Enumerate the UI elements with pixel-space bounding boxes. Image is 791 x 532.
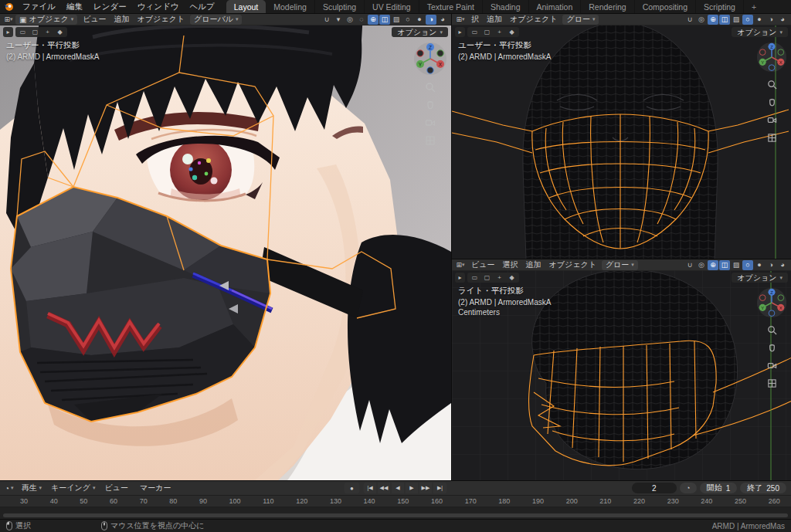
camera-view-icon[interactable]	[766, 359, 778, 371]
timeline-menu[interactable]: マーカー	[135, 483, 178, 493]
shading-material-icon[interactable]: ◑	[426, 15, 436, 25]
header-menu[interactable]: 追加	[483, 14, 506, 25]
ortho-grid-icon[interactable]	[424, 134, 436, 147]
pivot-point-icon[interactable]: ◎	[345, 15, 355, 25]
options-dropdown[interactable]: オプション▾	[732, 27, 788, 37]
ortho-grid-icon[interactable]	[766, 377, 778, 389]
pan-hand-icon[interactable]	[424, 99, 436, 111]
add-workspace-button[interactable]: +	[744, 0, 764, 13]
blender-logo-icon[interactable]	[0, 0, 17, 13]
transform-orientation-menu[interactable]: グロー▾	[562, 15, 599, 25]
header-menu[interactable]: ビュー	[79, 14, 110, 25]
navigation-gizmo[interactable]: Z X Y	[413, 42, 447, 76]
toolbar-expand-icon[interactable]: ▸	[455, 27, 465, 37]
frame-end-field[interactable]: 終了250	[740, 483, 786, 493]
workspace-tab[interactable]: Sculpting	[315, 0, 365, 13]
zoom-icon[interactable]	[424, 81, 436, 93]
workspace-tab[interactable]: Rendering	[581, 0, 634, 13]
menubar-item[interactable]: ヘルプ	[184, 0, 219, 13]
shading-rendered-icon[interactable]: ◕	[437, 15, 448, 25]
options-dropdown[interactable]: オプション▾	[732, 273, 788, 283]
shading-solid-icon[interactable]: ●	[414, 15, 425, 25]
tool-move-icon[interactable]: ◆	[506, 27, 518, 37]
shading-wireframe-icon[interactable]: ○	[742, 260, 753, 270]
zoom-icon[interactable]	[766, 78, 778, 90]
snap-magnet-icon[interactable]: ∪	[684, 260, 695, 270]
current-frame-field[interactable]: 2	[632, 483, 677, 493]
workspace-tab[interactable]: Scripting	[696, 0, 744, 13]
header-menu[interactable]: オブジェクト	[545, 259, 599, 270]
shading-wireframe-icon[interactable]: ○	[402, 15, 413, 25]
navigation-gizmo[interactable]: Z X Y	[756, 42, 787, 73]
header-menu[interactable]: 追加	[521, 259, 545, 270]
viewport-side-canvas[interactable]	[452, 259, 791, 480]
workspace-tab[interactable]: Texture Paint	[419, 0, 483, 13]
camera-view-icon[interactable]	[766, 114, 778, 126]
play-reverse-button[interactable]: ◀	[392, 483, 406, 493]
tool-cursor-icon[interactable]: +	[42, 27, 53, 37]
jump-to-end-button[interactable]: ▶|	[433, 483, 447, 493]
workspace-tab[interactable]: Compositing	[635, 0, 696, 13]
tool-select-box-icon[interactable]: ▢	[481, 27, 493, 37]
play-button[interactable]: ▶	[406, 483, 419, 493]
tool-tweak-icon[interactable]: ▭	[469, 273, 480, 283]
ortho-grid-icon[interactable]	[766, 131, 778, 144]
timeline-ruler[interactable]: 3040506070809010011012013014015016017018…	[0, 496, 791, 507]
timeline-menu[interactable]: 再生▾	[17, 483, 47, 493]
snap-magnet-icon[interactable]: ∪	[684, 15, 695, 25]
toggle-xray-icon[interactable]: ▨	[731, 260, 742, 270]
shading-wireframe-icon[interactable]: ○	[742, 15, 753, 25]
viewport-main-canvas[interactable]	[0, 14, 451, 480]
preview-range-toggle[interactable]: ◔	[680, 483, 697, 493]
timeline-editor-type-menu[interactable]: ◔▾	[5, 484, 14, 493]
header-menu[interactable]: オブジェクト	[134, 14, 188, 25]
pan-hand-icon[interactable]	[766, 96, 778, 108]
header-menu[interactable]: 追加	[110, 14, 134, 25]
viewport-side[interactable]: ⊞▾ ビュー選択追加オブジェクト グロー▾ ∪◎⊕◫▨○●◑◕ ▸ ▭▢+◆ オ…	[452, 259, 791, 480]
menubar-item[interactable]: ファイル	[17, 0, 61, 13]
proportional-editing-icon[interactable]: ◌	[356, 15, 367, 25]
toolbar-expand-icon[interactable]: ▸	[455, 273, 465, 283]
tool-move-icon[interactable]: ◆	[506, 273, 518, 283]
camera-view-icon[interactable]	[424, 117, 436, 129]
transform-orientation-menu[interactable]: グロー▾	[602, 260, 638, 270]
header-menu[interactable]: 選択	[498, 259, 521, 270]
toolbar-expand-icon[interactable]: ▸	[3, 27, 13, 37]
tool-move-icon[interactable]: ◆	[54, 27, 66, 37]
frame-start-field[interactable]: 開始1	[700, 483, 738, 493]
viewport-front-canvas[interactable]	[452, 14, 791, 259]
navigation-gizmo[interactable]: Z X Y	[756, 287, 787, 318]
tool-cursor-icon[interactable]: +	[494, 273, 505, 283]
pan-hand-icon[interactable]	[766, 341, 778, 354]
header-menu[interactable]: 択	[467, 14, 483, 25]
show-overlays-icon[interactable]: ◫	[719, 260, 730, 270]
shading-solid-icon[interactable]: ●	[754, 260, 765, 270]
shading-material-icon[interactable]: ◑	[766, 15, 776, 25]
workspace-tab[interactable]: Layout	[226, 0, 266, 13]
pivot-point-icon[interactable]: ◎	[696, 15, 707, 25]
menubar-item[interactable]: レンダー	[88, 0, 132, 13]
show-gizmo-icon[interactable]: ⊕	[708, 260, 718, 270]
auto-keyframe-button[interactable]: ●	[345, 483, 360, 493]
tool-select-box-icon[interactable]: ▢	[29, 27, 41, 37]
tool-cursor-icon[interactable]: +	[494, 27, 505, 37]
pivot-point-icon[interactable]: ◎	[696, 260, 707, 270]
tool-tweak-icon[interactable]: ▭	[17, 27, 29, 37]
shading-material-icon[interactable]: ◑	[766, 260, 776, 270]
menubar-item[interactable]: 編集	[61, 0, 88, 13]
shading-rendered-icon[interactable]: ◕	[777, 260, 788, 270]
snap-magnet-icon[interactable]: ∪	[321, 15, 332, 25]
workspace-tab[interactable]: Modeling	[266, 0, 315, 13]
editor-type-menu[interactable]: ⊞▾	[455, 260, 466, 270]
workspace-tab[interactable]: Shading	[483, 0, 529, 13]
jump-to-start-button[interactable]: |◀	[364, 483, 378, 493]
viewport-main[interactable]: ⊞▾ ▣オブジェク▾ ビュー追加オブジェクト グローバル▾ ∪▾◎◌⊕◫▨○●◑…	[0, 14, 451, 480]
editor-type-menu[interactable]: ⊞▾	[3, 15, 14, 25]
mode-select[interactable]: ▣オブジェク▾	[15, 15, 77, 25]
zoom-icon[interactable]	[766, 324, 778, 336]
header-menu[interactable]: オブジェクト	[506, 14, 561, 25]
shading-rendered-icon[interactable]: ◕	[777, 15, 788, 25]
next-keyframe-button[interactable]: ▶▶	[419, 483, 433, 493]
tool-select-box-icon[interactable]: ▢	[481, 273, 493, 283]
tool-tweak-icon[interactable]: ▭	[469, 27, 480, 37]
